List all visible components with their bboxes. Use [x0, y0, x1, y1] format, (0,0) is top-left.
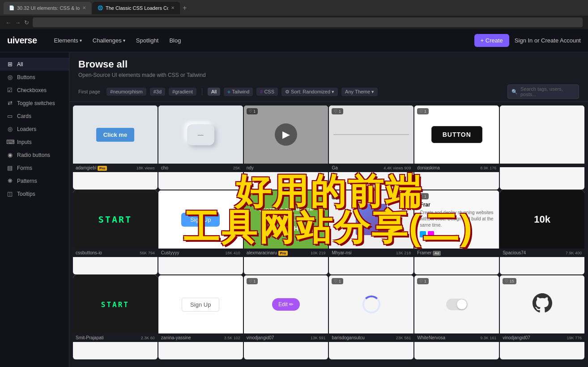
- element-card-1[interactable]: Click me adamgiebl Pro 18K views: [73, 105, 158, 190]
- filter-gradient[interactable]: #gradient: [169, 88, 196, 96]
- element-card-14[interactable]: Sign Up zanina-yassine 3.5K 102: [158, 275, 243, 359]
- filter-divider: [202, 88, 202, 95]
- sidebar-item-toggle-switches[interactable]: ⇄ Toggle switches: [0, 97, 69, 110]
- card-stats-2: 25K: [233, 166, 240, 170]
- sidebar-item-radio[interactable]: ◉ Radio buttons: [0, 148, 69, 161]
- element-card-framer[interactable]: ♡ 1 Frar Create and deploy stunning webs…: [414, 190, 499, 274]
- element-card-18[interactable]: ♡ 15 vinodjangid07 19K 776: [500, 275, 584, 359]
- sidebar-item-patterns[interactable]: ❋ Patterns: [0, 174, 69, 187]
- card-info-1: adamgiebl Pro 18K views: [73, 164, 158, 172]
- tab-label-1: 30.32 UI elements: CSS & lo...: [17, 5, 80, 11]
- card-stats-1: 18K views: [136, 166, 155, 170]
- elements-arrow: ▾: [80, 38, 82, 43]
- element-card-9[interactable]: QUOTE OF THE MONTH Some inspiring text h…: [244, 190, 328, 274]
- card-preview-18: [533, 293, 552, 316]
- card-author-10: Mhyar-nsi: [332, 250, 351, 255]
- filter-3d[interactable]: #3d: [150, 88, 165, 96]
- card-stats-4: 4.4K views 909: [383, 166, 411, 170]
- sidebar-label-radio: Radio buttons: [17, 152, 50, 158]
- element-card-6[interactable]: [500, 105, 584, 190]
- element-card-7[interactable]: START cssbuttons-io 56K 794: [73, 190, 158, 274]
- sidebar-item-tooltips[interactable]: ◫ Tooltips: [0, 187, 69, 200]
- element-card-spacious[interactable]: 10k Spacious74 7.9K 400: [500, 190, 584, 274]
- card-preview-13: START: [73, 275, 158, 333]
- address-bar[interactable]: uiverse.io/elements: [33, 17, 583, 27]
- sidebar-item-all[interactable]: ⊞ All: [0, 58, 69, 71]
- element-card-2[interactable]: — cho 25K: [158, 105, 243, 190]
- element-card-4[interactable]: ♡ 1 Ga 4.4K views 909: [329, 105, 413, 190]
- card-author-9: alexmaracinaru Pro: [247, 250, 288, 255]
- inputs-icon: ⌨: [6, 139, 13, 145]
- new-tab-button[interactable]: +: [181, 2, 188, 14]
- theme-button[interactable]: Any Theme ▾: [341, 88, 378, 96]
- tailwind-icon: ⟡: [227, 89, 230, 95]
- card-stats-8: 18K 410: [225, 251, 240, 255]
- card-info-4: Ga 4.4K views 909: [329, 164, 413, 172]
- element-card-13[interactable]: START Smit-Prajapati 2.3K 60: [73, 275, 158, 359]
- search-bar[interactable]: 🔍 Search tags, users, posts...: [507, 84, 579, 99]
- element-card-17[interactable]: ♡ 1 WhiteNervosa 9.3K 161: [414, 275, 499, 359]
- forward-button[interactable]: →: [15, 19, 21, 26]
- card-preview-4a: [333, 134, 362, 135]
- card-preview-17: [446, 299, 468, 310]
- tab-close-2[interactable]: ✕: [171, 5, 175, 10]
- search-placeholder: Search tags, users, posts...: [520, 86, 575, 97]
- nav-elements[interactable]: Elements ▾: [50, 34, 86, 46]
- nav-blog[interactable]: Blog: [165, 34, 185, 46]
- card-preview-14: Sign Up: [182, 298, 219, 312]
- elements-grid: Click me adamgiebl Pro 18K views — cho 2…: [69, 102, 588, 363]
- filter-css[interactable]: # CSS: [256, 88, 278, 96]
- card-like-16: ♡ 1: [332, 278, 343, 284]
- logo[interactable]: uiverse: [7, 35, 37, 46]
- filter-neumorphism[interactable]: #neumorphism: [107, 88, 146, 96]
- element-card-3[interactable]: ♡ 1 ▶ ndy: [244, 105, 328, 190]
- browser-tab-1[interactable]: 📄 30.32 UI elements: CSS & lo... ✕: [4, 2, 91, 14]
- card-like-4: ♡ 1: [332, 108, 343, 114]
- card-preview-1: Click me: [96, 128, 134, 142]
- nav-challenges[interactable]: Challenges ▾: [88, 34, 130, 46]
- element-card-8[interactable]: Sign Up Custyyyy 18K 410: [158, 190, 243, 274]
- card-stats-spacious: 7.9K 400: [566, 251, 582, 255]
- loaders-icon: ◎: [6, 126, 13, 132]
- card-info-16: barisdogansutcu 23K 581: [329, 333, 413, 342]
- create-button[interactable]: + Create: [474, 34, 509, 47]
- card-preview-7: START: [73, 190, 158, 249]
- sidebar-item-inputs[interactable]: ⌨ Inputs: [0, 135, 69, 148]
- theme-arrow: ▾: [371, 89, 374, 95]
- nav-spotlight[interactable]: Spotlight: [132, 34, 163, 46]
- card-author-13: Smit-Prajapati: [76, 335, 104, 340]
- sidebar-label-inputs: Inputs: [17, 139, 32, 145]
- card-preview-5: BUTTON: [431, 126, 482, 143]
- element-card-16[interactable]: ♡ 1 barisdogansutcu 23K 581: [329, 275, 413, 359]
- refresh-button[interactable]: ↻: [24, 19, 29, 26]
- sidebar-item-cards[interactable]: ▭ Cards: [0, 110, 69, 122]
- filter-tailwind[interactable]: ⟡ Tailwind: [224, 88, 253, 96]
- filter-all[interactable]: All: [208, 88, 220, 96]
- card-stats-10: 13K 218: [396, 251, 411, 255]
- element-card-15[interactable]: ♡ 1 Edit ✏ vinodjangid07 13K 591: [244, 275, 328, 359]
- card-info-13: Smit-Prajapati 2.3K 60: [73, 333, 158, 342]
- tooltips-icon: ◫: [6, 190, 13, 197]
- sidebar-item-forms[interactable]: ▤ Forms: [0, 161, 69, 174]
- sign-in-button[interactable]: Sign In or Create Account: [515, 37, 581, 44]
- sidebar-item-buttons[interactable]: ◎ Buttons: [0, 71, 69, 84]
- card-author-spacious: Spacious74: [503, 250, 526, 255]
- logo-ui: ui: [7, 35, 15, 45]
- tab-close-1[interactable]: ✕: [82, 5, 86, 10]
- sidebar-item-loaders[interactable]: ◎ Loaders: [0, 122, 69, 135]
- sidebar: ⊞ All ◎ Buttons ☑ Checkboxes ⇄ Toggle sw…: [0, 52, 69, 367]
- element-card-5[interactable]: ♡ 1 BUTTON doniaskima 8.9K 176: [414, 105, 499, 190]
- sort-button[interactable]: ⚙ Sort: Randomized ▾: [281, 88, 338, 96]
- toggle-switches-icon: ⇄: [6, 100, 13, 106]
- card-stats-7: 56K 794: [140, 251, 155, 255]
- card-info-17: WhiteNervosa 9.3K 161: [414, 333, 499, 342]
- browser-tab-2[interactable]: 🌐 The Classic CSS Loaders Coll... ✕: [92, 2, 180, 14]
- card-author-14: zanina-yassine: [161, 335, 191, 340]
- card-info-10: Mhyar-nsi 13K 218: [329, 249, 413, 257]
- card-info-18: vinodjangid07 19K 776: [500, 333, 584, 342]
- back-button[interactable]: ←: [5, 19, 11, 26]
- sidebar-item-checkboxes[interactable]: ☑ Checkboxes: [0, 84, 69, 97]
- search-icon: 🔍: [511, 89, 518, 95]
- buttons-icon: ◎: [6, 74, 13, 80]
- element-card-10[interactable]: ♡ 1 Mhyar-nsi 13K 218: [329, 190, 413, 274]
